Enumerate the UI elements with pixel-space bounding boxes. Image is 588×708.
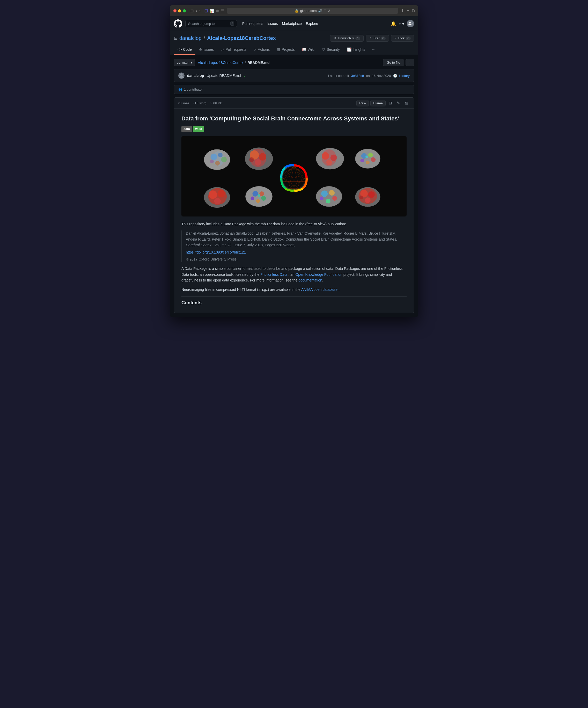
create-button[interactable]: + ▾ bbox=[399, 21, 404, 26]
browser-window: ⊟ ‹ › ❏ 📊 ⊕ ☰ 🔒 github.com 🔊 T ↺ ⬆ + ⧉ bbox=[170, 5, 418, 317]
svg-point-83 bbox=[365, 198, 370, 203]
history-button[interactable]: History bbox=[399, 74, 410, 78]
contributors-text[interactable]: 1 contributor bbox=[184, 88, 203, 91]
branch-selector[interactable]: ⎇ main ▾ bbox=[174, 59, 195, 66]
frictionless-link[interactable]: Frictionless Data bbox=[260, 272, 287, 276]
new-tab-icon[interactable]: + bbox=[407, 8, 409, 13]
neuroimaging-text: Neuroimaging files in compressed NIfTI f… bbox=[181, 287, 407, 292]
connectome-chart bbox=[280, 141, 308, 215]
doi-link[interactable]: https://doi.org/10.1093/cercor/bhx121 bbox=[186, 250, 246, 254]
svg-point-73 bbox=[321, 190, 328, 197]
browser-actions: ⬆ + ⧉ bbox=[401, 8, 414, 13]
brain-img-6 bbox=[241, 179, 277, 214]
projects-icon: ▦ bbox=[277, 48, 280, 52]
address-bar[interactable]: 🔒 github.com 🔊 T ↺ bbox=[227, 8, 398, 14]
anima-link[interactable]: ANIMA open database bbox=[301, 288, 338, 292]
main-content: ⎇ main ▾ Alcala-Lopez18CerebCortex / REA… bbox=[170, 55, 418, 317]
svg-point-77 bbox=[320, 197, 323, 200]
nav-explore[interactable]: Explore bbox=[306, 22, 318, 26]
tab-wiki[interactable]: 📖 Wiki bbox=[299, 45, 318, 55]
notifications-button[interactable]: 🔔 bbox=[391, 21, 396, 26]
star-count: 0 bbox=[381, 36, 386, 40]
code-icon: <> bbox=[178, 48, 182, 52]
nav-issues[interactable]: Issues bbox=[267, 22, 278, 26]
user-avatar[interactable]: ▾ bbox=[407, 20, 414, 27]
readme-content: Data from 'Computing the Social Brain Co… bbox=[174, 109, 414, 313]
fork-button[interactable]: ⑂ Fork 0 bbox=[391, 35, 414, 42]
watch-button[interactable]: 👁 Unwatch ▾ 1 bbox=[330, 35, 364, 42]
commit-right: Latest commit 3e813c8 on 16 Nov 2020 🕐 H… bbox=[328, 74, 410, 78]
github-logo[interactable] bbox=[174, 20, 182, 28]
svg-point-75 bbox=[332, 196, 337, 201]
tab-actions[interactable]: ▷ Actions bbox=[250, 45, 273, 55]
file-more-button[interactable]: ··· bbox=[406, 59, 414, 66]
tab-insights[interactable]: 📈 Insights bbox=[343, 45, 369, 55]
svg-point-52 bbox=[368, 152, 373, 157]
raw-button[interactable]: Raw bbox=[357, 100, 369, 107]
repo-owner[interactable]: danalclop bbox=[179, 35, 202, 41]
search-box[interactable]: Search or jump to... / bbox=[185, 20, 237, 27]
stats-icon: 📊 bbox=[209, 8, 214, 13]
branch-icon: ⎇ bbox=[177, 61, 181, 64]
commit-hash[interactable]: 3e813c8 bbox=[351, 74, 364, 78]
display-button[interactable]: ⊡ bbox=[387, 100, 394, 107]
tab-projects[interactable]: ▦ Projects bbox=[273, 45, 299, 55]
svg-point-12 bbox=[255, 159, 261, 166]
svg-point-53 bbox=[371, 157, 375, 162]
insights-icon: 📈 bbox=[347, 48, 351, 52]
back-button[interactable]: ‹ bbox=[196, 8, 197, 13]
repo-icon: ⊟ bbox=[174, 36, 177, 41]
tab-code[interactable]: <> Code bbox=[174, 45, 195, 55]
repo-name[interactable]: Alcala-Lopez18CerebCortex bbox=[207, 35, 276, 41]
close-button[interactable] bbox=[174, 9, 177, 12]
maximize-button[interactable] bbox=[183, 9, 186, 12]
goto-file-button[interactable]: Go to file bbox=[383, 59, 404, 66]
search-slash: / bbox=[230, 22, 234, 26]
tabs-icon[interactable]: ⧉ bbox=[412, 8, 414, 13]
svg-point-46 bbox=[322, 152, 329, 160]
brain-grid bbox=[201, 141, 387, 211]
reader-icon: ☰ bbox=[221, 8, 224, 13]
pr-icon: ⇄ bbox=[221, 48, 224, 52]
svg-point-48 bbox=[327, 159, 332, 165]
tab-issues[interactable]: ⊙ Issues bbox=[195, 45, 217, 55]
readme-intro: This repository includes a Data Package … bbox=[181, 221, 407, 227]
sidebar-icon[interactable]: ⊟ bbox=[190, 8, 194, 13]
clock-icon: 🕐 bbox=[393, 74, 397, 78]
pocket-icon: ❏ bbox=[205, 8, 208, 13]
star-icon: ☆ bbox=[369, 36, 372, 40]
github-header: Search or jump to... / Pull requests Iss… bbox=[170, 16, 418, 31]
forward-button[interactable]: › bbox=[199, 8, 200, 13]
readme-blockquote: Daniel Alcalá-López, Jonathan Smallwood,… bbox=[181, 231, 407, 262]
share-icon[interactable]: ⬆ bbox=[401, 8, 404, 13]
commit-check-icon: ✓ bbox=[244, 73, 247, 78]
tab-pull-requests[interactable]: ⇄ Pull requests bbox=[217, 45, 250, 55]
edit-button[interactable]: ✎ bbox=[395, 100, 402, 107]
repo-actions: 👁 Unwatch ▾ 1 ☆ Star 0 ⑂ Fork 0 bbox=[330, 35, 414, 42]
star-button[interactable]: ☆ Star 0 bbox=[366, 35, 389, 42]
openknowledge-link[interactable]: Open Knowledge Foundation bbox=[295, 272, 342, 276]
brain-img-4 bbox=[350, 141, 387, 177]
documentation-link[interactable]: documentation bbox=[299, 278, 322, 282]
file-lines: 28 lines bbox=[178, 101, 189, 105]
topbar: Search or jump to... / Pull requests Iss… bbox=[174, 16, 414, 31]
reload-icon[interactable]: ↺ bbox=[328, 9, 330, 13]
tab-security[interactable]: 🛡 Security bbox=[318, 45, 343, 55]
delete-button[interactable]: 🗑 bbox=[403, 100, 410, 107]
nav-pull-requests[interactable]: Pull requests bbox=[242, 22, 263, 26]
traffic-lights bbox=[174, 9, 186, 12]
nav-marketplace[interactable]: Marketplace bbox=[282, 22, 302, 26]
svg-point-11 bbox=[259, 153, 267, 160]
header-right: 🔔 + ▾ ▾ bbox=[391, 20, 414, 27]
commit-username[interactable]: danalclop bbox=[187, 73, 204, 78]
breadcrumb-repo[interactable]: Alcala-Lopez18CerebCortex bbox=[198, 61, 243, 65]
repo-tabs: <> Code ⊙ Issues ⇄ Pull requests ▷ Actio… bbox=[174, 45, 414, 55]
file-view-btns: Raw Blame ⊡ ✎ 🗑 bbox=[357, 100, 410, 107]
main-nav: Pull requests Issues Marketplace Explore bbox=[242, 22, 388, 26]
security-icon: 🛡 bbox=[322, 48, 325, 52]
blame-button[interactable]: Blame bbox=[370, 100, 385, 107]
minimize-button[interactable] bbox=[178, 9, 181, 12]
tab-more[interactable]: ··· bbox=[370, 45, 377, 55]
fork-icon: ⑂ bbox=[395, 36, 397, 40]
file-viewer-header: 28 lines (15 sloc) 3.66 KB Raw Blame ⊡ ✎… bbox=[174, 98, 414, 109]
